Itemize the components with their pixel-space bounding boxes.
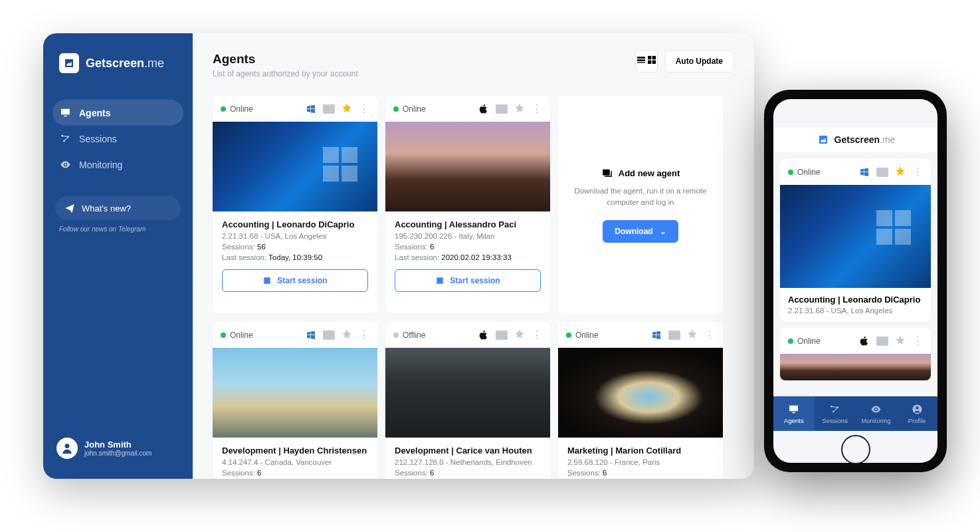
follow-text: Follow our news on Telegram [43, 220, 193, 233]
status-text: Offline [403, 331, 442, 340]
more-menu[interactable]: ⋮ [359, 329, 369, 341]
telegram-icon [64, 203, 75, 213]
chat-icon [496, 331, 508, 340]
sidebar-item-monitoring[interactable]: Monitoring [43, 152, 193, 178]
favorite-star[interactable] [342, 102, 352, 115]
view-grid-button[interactable] [646, 55, 657, 68]
mobile-agent-card[interactable]: Online ⋮ Accounting | Leonardo DiCaprio … [780, 159, 931, 321]
status-dot [788, 338, 793, 344]
status-text: Online [797, 168, 837, 177]
favorite-star[interactable] [895, 334, 906, 347]
windows-icon [306, 104, 316, 114]
sessions-icon [59, 133, 71, 144]
status-dot [221, 106, 226, 112]
agent-card[interactable]: Online ⋮ Marketing | Marion Cotillard 2.… [558, 322, 723, 479]
mobile-agent-card[interactable]: Online ⋮ [780, 328, 931, 380]
phone-home-button [841, 435, 870, 464]
user-menu[interactable]: John Smith john.smith@gmail.com [43, 438, 193, 459]
status-text: Online [403, 104, 442, 114]
card-header: Online ⋮ [780, 159, 931, 185]
share-icon [435, 276, 444, 285]
status-dot [393, 106, 399, 112]
status-text: Online [230, 331, 270, 340]
sidebar-label: Agents [79, 108, 110, 118]
mobile-tab-monitoring[interactable]: Monitoring [856, 396, 897, 431]
add-agent-title: Add new agent [601, 167, 680, 179]
logo-text-b: .me [880, 134, 895, 145]
windows-icon [306, 330, 316, 340]
agent-sessions: Sessions: 6 [395, 469, 541, 477]
eye-icon [59, 159, 71, 170]
view-list-button[interactable] [636, 55, 646, 68]
add-icon [601, 167, 613, 179]
agent-title: Development | Carice van Houten [395, 446, 541, 456]
mobile-tab-sessions[interactable]: Sessions [815, 396, 856, 431]
auto-update-button[interactable]: Auto Update [664, 50, 734, 72]
sessions-icon [829, 404, 840, 415]
favorite-star[interactable] [342, 329, 352, 341]
logo-text-a: Getscreen [834, 134, 880, 145]
windows-icon [651, 330, 662, 340]
favorite-star[interactable] [687, 329, 698, 341]
mobile-tab-agents[interactable]: Agents [773, 396, 815, 431]
card-header: Online ⋮ [213, 96, 377, 122]
agent-thumbnail [780, 354, 931, 380]
more-menu[interactable]: ⋮ [532, 329, 542, 341]
app-logo: Getscreen.me [43, 53, 193, 100]
favorite-star[interactable] [895, 166, 906, 178]
agent-last-session: Last session: Today, 10:39:50 [222, 253, 368, 261]
apple-icon [478, 104, 489, 114]
chat-icon [323, 331, 335, 340]
add-agent-desc: Download the agent, run it on a remote c… [570, 186, 711, 207]
agent-ip: 195.230.200.226 - Italy, Milan [395, 232, 541, 240]
eye-icon [870, 404, 882, 415]
apple-icon [859, 336, 870, 346]
more-menu[interactable]: ⋮ [912, 166, 923, 178]
agent-ip: 2.21.31.68 - USA, Los Angeles [222, 232, 368, 240]
whats-new-button[interactable]: What's new? [55, 196, 181, 220]
card-header: Online ⋮ [385, 96, 550, 122]
chat-icon [323, 104, 335, 114]
windows-icon [859, 167, 870, 178]
agent-card[interactable]: Offline ⋮ Development | Carice van Houte… [385, 322, 550, 479]
card-header: Online ⋮ [213, 322, 377, 348]
logo-icon [59, 53, 79, 73]
monitor-icon [788, 404, 799, 415]
sidebar: Getscreen.me Agents Sessions Monitoring … [43, 33, 193, 479]
start-session-button[interactable]: Start session [222, 269, 368, 292]
chat-icon [668, 331, 680, 340]
more-menu[interactable]: ⋮ [704, 329, 715, 341]
favorite-star[interactable] [514, 102, 525, 115]
agent-card[interactable]: Online ⋮ Development | Hayden Christense… [213, 322, 377, 479]
share-icon [262, 276, 272, 285]
agent-title: Marketing | Marion Cotillard [567, 446, 714, 456]
sidebar-item-sessions[interactable]: Sessions [43, 126, 193, 152]
status-dot [393, 332, 399, 338]
chevron-down-icon: ⌄ [660, 227, 666, 236]
agent-card[interactable]: Online ⋮ Accounting | Leonardo DiCaprio … [213, 96, 377, 314]
agent-card[interactable]: Online ⋮ Accounting | Alessandro Paci 19… [385, 96, 550, 314]
more-menu[interactable]: ⋮ [532, 102, 542, 115]
sidebar-item-agents[interactable]: Agents [52, 100, 183, 126]
card-header: Offline ⋮ [385, 322, 550, 348]
logo-text-b: .me [144, 57, 164, 70]
more-menu[interactable]: ⋮ [359, 102, 369, 115]
more-menu[interactable]: ⋮ [912, 334, 923, 347]
logo-text-a: Getscreen [86, 57, 144, 70]
mobile-header: Getscreen.me [773, 127, 937, 152]
download-button[interactable]: Download⌄ [603, 220, 678, 243]
start-session-button[interactable]: Start session [395, 269, 541, 292]
agent-sessions: Sessions: 6 [222, 469, 368, 477]
status-dot [221, 332, 226, 338]
favorite-star[interactable] [514, 329, 525, 341]
mobile-tab-profile[interactable]: Profile [896, 396, 937, 431]
card-header: Online ⋮ [558, 322, 723, 348]
app-window: Getscreen.me Agents Sessions Monitoring … [43, 33, 754, 479]
profile-icon [912, 404, 923, 415]
agent-thumbnail [385, 122, 550, 211]
monitor-icon [59, 107, 71, 118]
agent-ip: 2.21.31.68 - USA, Los Angeles [788, 307, 923, 315]
grid-icon [646, 55, 657, 65]
main-content: Agents List of agents authorized by your… [193, 33, 754, 479]
agent-thumbnail [385, 348, 550, 438]
